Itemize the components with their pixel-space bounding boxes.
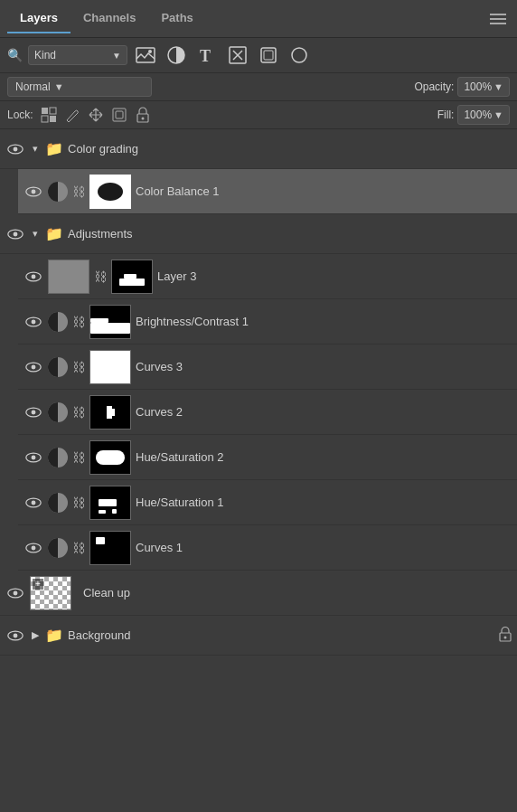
layer-name: Clean up bbox=[83, 586, 130, 600]
visibility-toggle[interactable] bbox=[24, 402, 43, 422]
svg-text:T: T bbox=[200, 47, 211, 64]
visibility-toggle[interactable] bbox=[24, 312, 43, 332]
list-item[interactable]: ▶ 📁 Background bbox=[0, 616, 517, 656]
layer-thumbnail bbox=[89, 350, 131, 384]
blend-mode-label: Normal bbox=[15, 80, 51, 93]
layer-thumbnail bbox=[89, 531, 131, 565]
svg-point-30 bbox=[32, 364, 36, 369]
visibility-toggle[interactable] bbox=[24, 538, 43, 558]
list-item[interactable]: ⛓ Curves 2 bbox=[18, 390, 517, 435]
layer-thumbnail bbox=[89, 305, 131, 339]
link-icon: ⛓ bbox=[72, 541, 85, 555]
fill-chevron-icon: ▼ bbox=[494, 109, 503, 120]
adjustment-icon bbox=[48, 448, 68, 467]
adjustment-filter-icon[interactable] bbox=[164, 42, 189, 68]
tab-channels[interactable]: Channels bbox=[70, 4, 149, 33]
list-item[interactable]: ⛓ Curves 3 bbox=[18, 345, 517, 390]
adjustment-icon bbox=[48, 312, 68, 332]
lock-position-icon[interactable] bbox=[86, 105, 106, 125]
layer-name: Adjustments bbox=[68, 227, 133, 241]
svg-point-20 bbox=[14, 146, 18, 151]
lock-artboard-icon[interactable] bbox=[109, 105, 129, 125]
svg-point-34 bbox=[32, 455, 36, 459]
lock-fill-row: Lock: bbox=[0, 101, 517, 129]
svg-point-1 bbox=[148, 50, 152, 53]
group-expand-arrow[interactable]: ▾ bbox=[30, 143, 41, 155]
list-item[interactable]: ⛓ Layer 3 bbox=[18, 254, 517, 299]
layer-name: Brightness/Contrast 1 bbox=[136, 315, 249, 328]
group-expand-arrow[interactable]: ▾ bbox=[30, 228, 41, 240]
layer-name: Curves 1 bbox=[136, 541, 183, 554]
list-item[interactable]: ▾ 📁 Adjustments bbox=[0, 214, 517, 254]
svg-rect-7 bbox=[261, 48, 276, 62]
blend-mode-select[interactable]: Normal ▼ bbox=[7, 77, 152, 97]
svg-line-14 bbox=[67, 120, 69, 122]
fill-input[interactable]: 100% ▼ bbox=[457, 105, 510, 125]
list-item[interactable]: ⛓ Color Balance 1 bbox=[18, 169, 517, 214]
visibility-toggle[interactable] bbox=[5, 626, 25, 646]
visibility-toggle[interactable] bbox=[5, 583, 25, 603]
link-icon: ⛓ bbox=[72, 405, 85, 420]
visibility-toggle[interactable] bbox=[24, 493, 43, 513]
type-filter-icon[interactable]: T bbox=[194, 42, 220, 68]
layer-name: Hue/Saturation 2 bbox=[136, 450, 224, 464]
list-item[interactable]: ▾ 📁 Color grading bbox=[0, 129, 517, 169]
visibility-toggle[interactable] bbox=[24, 448, 43, 467]
opacity-input[interactable]: 100% ▼ bbox=[457, 77, 510, 97]
layer-thumbnail bbox=[89, 395, 131, 430]
blend-opacity-row: Normal ▼ Opacity: 100% ▼ bbox=[0, 73, 517, 101]
lock-icons bbox=[39, 105, 153, 125]
layer-thumbnail bbox=[89, 486, 131, 520]
group-expand-arrow[interactable]: ▶ bbox=[30, 629, 41, 641]
kind-label: Kind bbox=[34, 49, 56, 61]
layers-panel: Layers Channels Paths 🔍 Kind ▼ bbox=[0, 0, 517, 812]
shape-filter-icon[interactable] bbox=[225, 42, 250, 68]
visibility-toggle[interactable] bbox=[5, 224, 25, 244]
lock-all-icon[interactable] bbox=[133, 105, 153, 125]
visibility-toggle[interactable] bbox=[5, 139, 25, 159]
list-item[interactable]: ⛓ Hue/Saturation 2 bbox=[18, 435, 517, 480]
layer-thumbnail bbox=[48, 260, 89, 294]
visibility-toggle[interactable] bbox=[24, 357, 43, 377]
list-item[interactable]: + Clean up bbox=[0, 571, 517, 616]
layer-name: Curves 3 bbox=[136, 360, 183, 373]
svg-rect-8 bbox=[264, 51, 273, 60]
blend-chevron-icon: ▼ bbox=[54, 81, 64, 92]
misc-filter-icon[interactable] bbox=[287, 42, 312, 68]
link-icon: ⛓ bbox=[72, 450, 85, 465]
svg-rect-15 bbox=[113, 109, 126, 121]
panel-menu-icon[interactable] bbox=[486, 10, 510, 28]
layer-thumbnail bbox=[89, 175, 131, 209]
layer-name: Color Balance 1 bbox=[136, 184, 220, 198]
adjustment-icon bbox=[48, 538, 68, 558]
svg-rect-10 bbox=[42, 108, 48, 114]
lock-image-icon[interactable] bbox=[62, 105, 82, 125]
image-filter-icon[interactable] bbox=[133, 42, 158, 68]
svg-rect-12 bbox=[42, 116, 48, 122]
list-item[interactable]: ⛓ Hue/Saturation 1 bbox=[18, 480, 517, 525]
layer-name: Curves 2 bbox=[136, 405, 183, 419]
visibility-toggle[interactable] bbox=[24, 267, 43, 287]
opacity-label: Opacity: bbox=[414, 80, 454, 93]
fill-label: Fill: bbox=[437, 109, 455, 121]
svg-rect-16 bbox=[116, 111, 123, 118]
link-icon: ⛓ bbox=[72, 360, 85, 374]
visibility-toggle[interactable] bbox=[24, 182, 43, 202]
lock-pixels-icon[interactable] bbox=[39, 105, 59, 125]
layer-thumbnail: + bbox=[30, 576, 71, 610]
smartobject-filter-icon[interactable] bbox=[256, 42, 281, 68]
tab-layers[interactable]: Layers bbox=[7, 4, 70, 33]
adjustment-icon bbox=[48, 493, 68, 513]
list-item[interactable]: ⛓ Brightness/Contrast 1 bbox=[18, 299, 517, 345]
kind-toolbar: 🔍 Kind ▼ T bbox=[0, 38, 517, 73]
svg-point-42 bbox=[14, 633, 18, 637]
svg-point-22 bbox=[32, 189, 36, 194]
list-item[interactable]: ⛓ Curves 1 bbox=[18, 525, 517, 571]
svg-point-26 bbox=[32, 274, 36, 279]
svg-point-18 bbox=[141, 118, 144, 120]
svg-point-24 bbox=[14, 231, 18, 236]
tab-paths[interactable]: Paths bbox=[148, 4, 205, 33]
svg-point-40 bbox=[14, 590, 18, 595]
kind-select[interactable]: Kind ▼ bbox=[28, 45, 127, 65]
layer-name: Hue/Saturation 1 bbox=[136, 496, 224, 509]
